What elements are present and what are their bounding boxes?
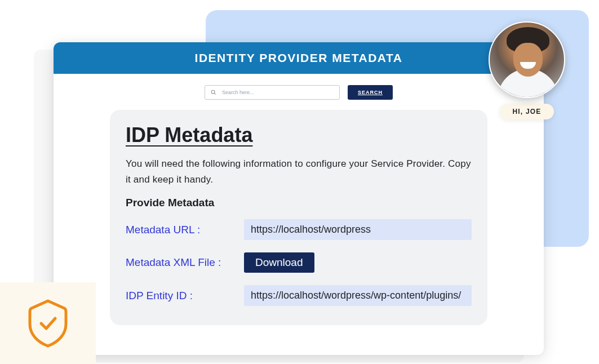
svg-point-0 [211, 90, 215, 94]
search-row: Search here... SEARCH [54, 74, 544, 110]
shield-check-icon [26, 298, 70, 349]
card-title: IDP Metadata [126, 123, 472, 147]
user-avatar-block: HI, JOE [489, 21, 565, 119]
entity-id-value[interactable]: https://localhost/wordpress/wp-content/p… [244, 285, 472, 306]
search-placeholder: Search here... [222, 90, 254, 95]
metadata-xml-row: Metadata XML File : Download [126, 252, 472, 273]
entity-id-label: IDP Entity ID : [126, 290, 244, 302]
search-button[interactable]: SEARCH [348, 85, 393, 100]
page-title: IDENTITY PROVIDER METADATA [54, 42, 544, 74]
metadata-xml-label: Metadata XML File : [126, 256, 244, 269]
svg-line-1 [214, 93, 215, 94]
card-subheader: Provide Metadata [126, 197, 472, 209]
user-greeting: HI, JOE [500, 104, 553, 119]
metadata-url-label: Metadata URL : [126, 224, 244, 236]
avatar-face [513, 43, 543, 77]
search-input[interactable]: Search here... [205, 85, 340, 100]
search-icon [211, 90, 216, 95]
entity-id-row: IDP Entity ID : https://localhost/wordpr… [126, 285, 472, 306]
idp-metadata-card: IDP Metadata You will need the following… [110, 110, 487, 325]
avatar[interactable] [489, 21, 565, 98]
metadata-url-row: Metadata URL : https://localhost/wordpre… [126, 219, 472, 240]
security-badge-tile [0, 282, 96, 364]
main-window: IDENTITY PROVIDER METADATA Search here..… [54, 42, 544, 355]
card-description: You will need the following information … [126, 156, 472, 188]
download-button[interactable]: Download [244, 252, 314, 273]
metadata-url-value[interactable]: https://localhost/wordpress [244, 219, 472, 240]
